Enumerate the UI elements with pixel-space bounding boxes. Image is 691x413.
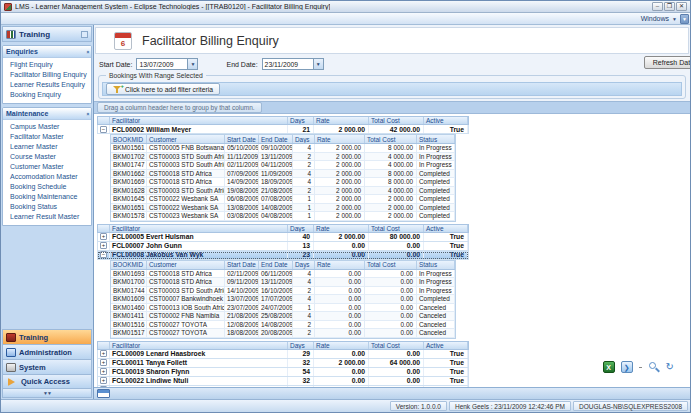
detail-column-header-total-cost[interactable]: Total Cost	[365, 135, 417, 143]
nav-button-system[interactable]: System	[2, 359, 92, 374]
chevron-up-icon[interactable]: »	[83, 50, 89, 53]
column-header-rate[interactable]: Rate	[314, 342, 369, 349]
booking-row[interactable]: BKM01700CST00018 STD Africa09/11/200913/…	[111, 278, 455, 287]
sidebar-item-accomodation-master[interactable]: Accomodation Master	[3, 172, 91, 182]
facilitator-row[interactable]: +FCL00009 Lenard Haasbroek290.000.00True	[97, 350, 469, 359]
booking-row[interactable]: BKM01744CST00003 STD South Africa14/10/2…	[111, 287, 455, 296]
expand-icon[interactable]: +	[100, 233, 107, 240]
nav-button-quick-access[interactable]: Quick Access	[2, 374, 92, 389]
booking-row[interactable]: BKM01609CST00007 Bankwindhoek13/07/20091…	[111, 295, 455, 304]
collapse-icon[interactable]: −	[100, 126, 107, 133]
column-header-total-cost[interactable]: Total Cost	[369, 117, 424, 124]
redo-icon[interactable]: ↻	[666, 361, 674, 373]
sidebar-item-customer-master[interactable]: Customer Master	[3, 162, 91, 172]
column-header-active[interactable]: Active	[424, 117, 468, 124]
sidebar-item-learner-result-master[interactable]: Learner Result Master	[3, 212, 91, 222]
sidebar-item-learner-master[interactable]: Learner Master	[3, 142, 91, 152]
chevron-down-icon[interactable]: ▼	[313, 59, 323, 69]
booking-row[interactable]: BKM01561CST00005 FNB Botswana05/10/20090…	[111, 144, 455, 153]
booking-row[interactable]: BKM01411CST00002 FNB Namibia21/08/200925…	[111, 312, 455, 321]
facilitator-row[interactable]: +FCL00007 John Gunn130.000.00True	[97, 242, 469, 251]
booking-row[interactable]: BKM01693CST00018 STD Africa02/11/200906/…	[111, 270, 455, 279]
detail-column-header-days[interactable]: Days	[293, 261, 315, 269]
refresh-data-button[interactable]: Refresh Data	[644, 56, 691, 69]
sidebar-options-icon[interactable]	[81, 31, 88, 38]
column-header-facilitator[interactable]: Facilitator	[110, 342, 288, 349]
end-date-picker[interactable]: 23/11/2009 ▼	[262, 58, 324, 70]
collapse-icon[interactable]: −	[100, 251, 107, 258]
detail-column-header-rate[interactable]: Rate	[315, 261, 365, 269]
booking-row[interactable]: BKM01516CST00027 TOYOTA12/08/200914/08/2…	[111, 321, 455, 330]
sidebar-group-header[interactable]: Enquiries»	[3, 46, 91, 58]
sidebar-item-booking-enquiry[interactable]: Booking Enquiry	[3, 90, 91, 100]
expand-icon[interactable]: +	[100, 242, 107, 249]
booking-row[interactable]: BKM01628CST00003 STD South Africa19/08/2…	[111, 187, 455, 196]
column-header-rate[interactable]: Rate	[314, 117, 369, 124]
excel-export-icon[interactable]: X	[603, 361, 615, 373]
column-header-facilitator[interactable]: Facilitator	[110, 117, 288, 124]
column-header-active[interactable]: Active	[424, 342, 468, 349]
column-header-rate[interactable]: Rate	[314, 225, 369, 232]
facilitator-row[interactable]: +FCL00022 Lindiwe Ntuli320.000.00True	[97, 377, 469, 386]
expand-icon[interactable]: +	[100, 377, 107, 384]
detail-column-header-status[interactable]: Status	[417, 261, 455, 269]
sidebar-item-booking-status[interactable]: Booking Status	[3, 202, 91, 212]
search-icon[interactable]	[648, 361, 660, 373]
sidebar-item-flight-enquiry[interactable]: Flight Enquiry	[3, 60, 91, 70]
facilitator-row[interactable]: +FCL00011 Tanya Follett322 000.0064 000.…	[97, 359, 469, 368]
detail-column-header-customer[interactable]: Customer	[147, 261, 225, 269]
expand-icon[interactable]: +	[100, 359, 107, 366]
restore-button[interactable]: ❐	[664, 2, 675, 11]
column-header-total-cost[interactable]: Total Cost	[369, 342, 424, 349]
sidebar-overflow-strip[interactable]: ▼▼	[2, 389, 92, 398]
sidebar-group-header[interactable]: Maintenance»	[3, 108, 91, 120]
facilitator-row[interactable]: +FCL00023 Mohammed Moosa430.000.00True	[97, 386, 469, 388]
booking-row[interactable]: BKM01669CST00018 STD Africa14/09/200918/…	[111, 178, 455, 187]
expand-icon[interactable]: +	[100, 386, 107, 387]
column-header-total-cost[interactable]: Total Cost	[369, 225, 424, 232]
close-button[interactable]: ✕	[676, 2, 687, 11]
form-tab-icon[interactable]	[97, 389, 110, 398]
detail-column-header-days[interactable]: Days	[293, 135, 315, 143]
column-header-days[interactable]: Days	[288, 117, 314, 124]
sidebar-item-booking-maintenance[interactable]: Booking Maintenance	[3, 192, 91, 202]
detail-column-header-rate[interactable]: Rate	[315, 135, 365, 143]
detail-column-header-start-date[interactable]: Start Date	[225, 261, 259, 269]
column-header-active[interactable]: Active	[424, 225, 468, 232]
detail-column-header-customer[interactable]: Customer	[147, 135, 225, 143]
facilitator-row[interactable]: +FCL00005 Evert Hulsman402 000.0080 000.…	[97, 233, 469, 242]
nav-button-administration[interactable]: Administration	[2, 344, 92, 359]
chevron-up-icon[interactable]: »	[83, 112, 89, 115]
menu-overflow-button[interactable]: ▼	[680, 14, 689, 24]
add-filter-criteria-button[interactable]: + Click here to add filter criteria	[106, 83, 220, 95]
start-date-picker[interactable]: 13/07/2009 ▼	[136, 58, 198, 70]
detail-column-header-status[interactable]: Status	[417, 135, 455, 143]
chevron-down-icon[interactable]: ▼	[187, 59, 197, 69]
sidebar-item-facilitator-billing-enquiry[interactable]: Facilitator Billing Enquiry	[3, 70, 91, 80]
booking-row[interactable]: BKM01645CST00022 Wesbank SA06/08/200907/…	[111, 195, 455, 204]
sidebar-item-booking-schedule[interactable]: Booking Schedule	[3, 182, 91, 192]
facilitator-row[interactable]: −FCL00002 William Meyer212 000.0042 000.…	[97, 125, 469, 134]
minimize-button[interactable]: –	[652, 2, 663, 11]
booking-row[interactable]: BKM01460CST00013 IOB South Africa23/07/2…	[111, 304, 455, 313]
booking-row[interactable]: BKM01517CST00027 TOYOTA18/08/200920/08/2…	[111, 329, 455, 338]
sidebar-item-campus-master[interactable]: Campus Master	[3, 122, 91, 132]
booking-row[interactable]: BKM01702CST00003 STD South Africa11/11/2…	[111, 153, 455, 162]
export-icon[interactable]: ❯	[621, 361, 633, 373]
sidebar-item-facilitator-master[interactable]: Facilitator Master	[3, 132, 91, 142]
detail-column-header-total-cost[interactable]: Total Cost	[365, 261, 417, 269]
column-header-facilitator[interactable]: Facilitator	[110, 225, 288, 232]
expand-icon[interactable]: +	[100, 368, 107, 375]
booking-row[interactable]: BKM01662CST00018 STD Africa07/09/200911/…	[111, 170, 455, 179]
sidebar-item-learner-results-enquiry[interactable]: Learner Results Enquiry	[3, 80, 91, 90]
detail-column-header-end-date[interactable]: End Date	[259, 135, 293, 143]
facilitator-row[interactable]: −FCL00008 Jakobus Van Wyk230.000.00True	[97, 251, 469, 260]
nav-button-training[interactable]: Training	[2, 329, 92, 344]
booking-row[interactable]: BKM01651CST00022 Wesbank SA13/08/200914/…	[111, 204, 455, 213]
booking-row[interactable]: BKM01747CST00003 STD South Africa02/11/2…	[111, 161, 455, 170]
booking-row[interactable]: BKM01578CST00023 Wesbank SA03/08/200904/…	[111, 212, 455, 221]
detail-column-header-bookmid[interactable]: BOOKMID	[111, 261, 147, 269]
expand-icon[interactable]: +	[100, 350, 107, 357]
detail-column-header-end-date[interactable]: End Date	[259, 261, 293, 269]
detail-column-header-start-date[interactable]: Start Date	[225, 135, 259, 143]
